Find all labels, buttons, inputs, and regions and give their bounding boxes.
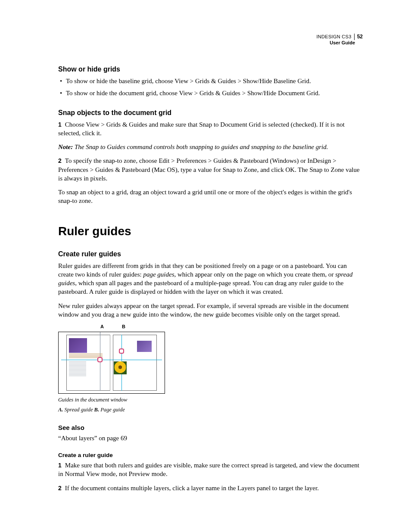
note: Note: The Snap to Guides command control… (58, 143, 364, 151)
text-run: , which span all pages and the pasteboar… (58, 280, 343, 295)
figure-label-a: A (100, 324, 104, 329)
body-paragraph: To snap an object to a grid, drag an obj… (58, 188, 364, 205)
caption-text: Spread guide (63, 407, 94, 413)
heading-create-a-ruler-guide: Create a ruler guide (58, 452, 364, 458)
step-item: 2To specify the snap-to zone, choose Edi… (58, 156, 364, 183)
page-content: Show or hide grids To show or hide the b… (58, 65, 364, 492)
body-paragraph: Ruler guides are different from grids in… (58, 261, 364, 296)
list-item: To show or hide the baseline grid, choos… (66, 77, 364, 85)
header-subtitle: User Guide (316, 40, 363, 46)
heading-see-also: See also (58, 424, 364, 431)
text-run: , which appear only on the page on which… (174, 271, 336, 278)
step-number: 2 (58, 485, 62, 492)
figure-caption-line2: A. Spread guide B. Page guide (58, 406, 164, 414)
caption-key: A. (58, 407, 63, 413)
figure-caption-line1: Guides in the document window (58, 396, 164, 404)
step-text: To specify the snap-to zone, choose Edit… (58, 157, 360, 182)
page-header: INDESIGN CS3 52 User Guide (316, 34, 363, 46)
section-snap-objects: Snap objects to the document grid 1Choos… (58, 109, 364, 205)
figure-guide-handle (119, 348, 124, 354)
caption-text: Page guide (99, 407, 125, 413)
section-show-hide-grids: Show or hide grids To show or hide the b… (58, 65, 364, 98)
step-number: 2 (58, 157, 62, 164)
figure-guide-handle (97, 357, 103, 362)
figure-label-b: B (122, 324, 125, 329)
text-italic: page guides (143, 271, 174, 278)
figure-thumbnail-icon (69, 338, 87, 353)
step-number: 1 (58, 121, 62, 128)
figure-spread-guide (61, 360, 162, 360)
step-item: 2If the document contains multiple layer… (58, 484, 364, 492)
list-item: To show or hide the document grid, choos… (66, 89, 364, 97)
note-label: Note: (58, 143, 73, 150)
document-page: INDESIGN CS3 52 User Guide Show or hide … (0, 0, 411, 532)
header-page-number: 52 (354, 34, 363, 40)
step-text: Choose View > Grids & Guides and make su… (58, 121, 345, 137)
caption-key: B. (94, 407, 99, 413)
header-product: INDESIGN CS3 (316, 34, 351, 40)
see-also-link[interactable]: “About layers” on page 69 (58, 434, 364, 442)
heading-create-ruler-guides: Create ruler guides (58, 250, 364, 258)
step-text: Make sure that both rulers and guides ar… (58, 462, 359, 477)
figure-thumbnail-icon (137, 341, 152, 352)
section-create-ruler-guides: Create ruler guides Ruler guides are dif… (58, 250, 364, 319)
step-number: 1 (58, 462, 62, 469)
bullet-list: To show or hide the baseline grid, choos… (58, 77, 364, 98)
figure-thumbnail-icon (114, 361, 127, 374)
note-text: The Snap to Guides command controls both… (75, 143, 328, 150)
figure-placeholder-text (69, 361, 86, 376)
heading-snap-objects: Snap objects to the document grid (58, 109, 364, 117)
chapter-title-ruler-guides: Ruler guides (58, 224, 364, 238)
heading-show-hide-grids: Show or hide grids (58, 65, 364, 73)
step-item: 1Choose View > Grids & Guides and make s… (58, 120, 364, 138)
step-text: If the document contains multiple layers… (65, 485, 319, 492)
figure-ruler-guides: A B (58, 325, 164, 414)
body-paragraph: New ruler guides always appear on the ta… (58, 302, 364, 319)
step-item: 1Make sure that both rulers and guides a… (58, 461, 364, 479)
